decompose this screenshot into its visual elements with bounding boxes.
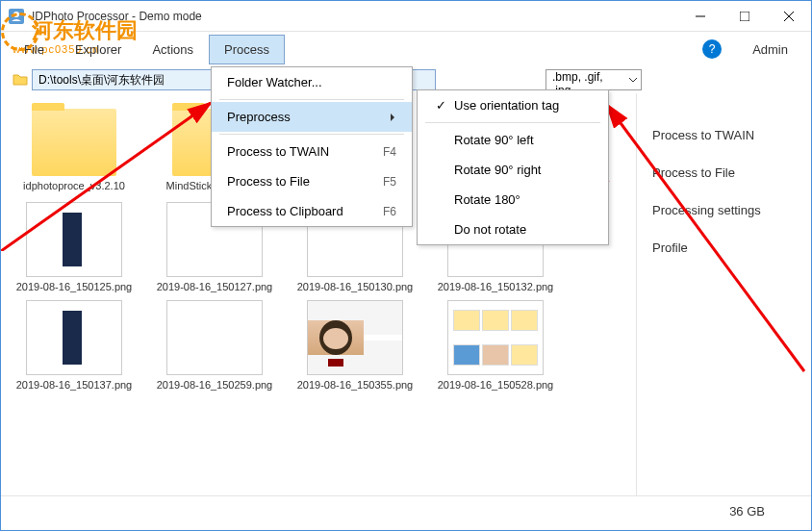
close-button[interactable] — [767, 1, 811, 32]
file-item[interactable]: 2019-08-16_150125.png — [13, 202, 136, 292]
menu-file[interactable]: File — [9, 35, 60, 64]
folder-icon — [13, 72, 28, 88]
folder-icon — [32, 109, 116, 176]
thumbnail — [307, 300, 403, 375]
file-item[interactable]: 2019-08-16_150355.png — [293, 300, 417, 391]
statusbar: 36 GB — [1, 495, 811, 526]
thumbnail — [26, 202, 122, 277]
menu-folder-watcher[interactable]: Folder Watcher... — [212, 67, 412, 97]
menu-process-twain[interactable]: Process to TWAINF4 — [212, 137, 412, 166]
menu-rotate-180[interactable]: Rotate 180° — [418, 185, 608, 215]
minimize-button[interactable] — [678, 1, 723, 32]
menu-do-not-rotate[interactable]: Do not rotate — [418, 215, 608, 244]
check-icon: ✓ — [433, 98, 448, 113]
thumbnail — [447, 300, 544, 375]
file-label: 2019-08-16_150137.png — [13, 379, 136, 391]
folder-item[interactable]: idphotoproce_v3.2.10 — [13, 101, 136, 194]
thumbnail — [26, 300, 122, 375]
menu-preprocess[interactable]: Preprocess — [212, 102, 412, 132]
chevron-down-icon — [629, 76, 637, 84]
menu-process-clipboard[interactable]: Process to ClipboardF6 — [212, 196, 412, 226]
menu-admin[interactable]: Admin — [737, 35, 803, 64]
file-label: 2019-08-16_150259.png — [153, 379, 276, 391]
titlebar: IDPhoto Processor - Demo mode — [1, 1, 811, 32]
file-label: 2019-08-16_150127.png — [153, 281, 276, 292]
menubar: File Explorer Actions Process ? Admin — [1, 32, 811, 66]
folder-label: idphotoproce_v3.2.10 — [13, 180, 136, 191]
side-link-twain[interactable]: Process to TWAIN — [652, 116, 796, 154]
side-link-settings[interactable]: Processing settings — [652, 191, 796, 229]
file-item[interactable]: 2019-08-16_150528.png — [434, 300, 557, 391]
disk-space: 36 GB — [729, 504, 765, 518]
help-icon[interactable]: ? — [702, 39, 722, 59]
side-link-profile[interactable]: Profile — [652, 229, 796, 266]
maximize-button[interactable] — [723, 1, 767, 32]
process-dropdown: Folder Watcher... Preprocess Process to … — [211, 66, 413, 227]
file-item[interactable]: 2019-08-16_150137.png — [13, 300, 136, 391]
menu-rotate-90-right[interactable]: Rotate 90° right — [418, 155, 608, 185]
menu-explorer[interactable]: Explorer — [60, 35, 137, 64]
file-label: 2019-08-16_150528.png — [434, 379, 557, 391]
menu-process-file[interactable]: Process to FileF5 — [212, 166, 412, 196]
file-label: 2019-08-16_150355.png — [293, 379, 417, 391]
menu-use-orientation[interactable]: ✓Use orientation tag — [418, 90, 608, 120]
preprocess-submenu: ✓Use orientation tag Rotate 90° left Rot… — [417, 89, 609, 245]
menu-rotate-90-left[interactable]: Rotate 90° left — [418, 125, 608, 155]
window-title: IDPhoto Processor - Demo mode — [32, 10, 678, 23]
side-panel: Process to TWAIN Process to File Process… — [636, 93, 811, 495]
svg-point-1 — [13, 12, 19, 17]
svg-rect-3 — [740, 12, 749, 21]
file-label: 2019-08-16_150132.png — [434, 281, 557, 292]
side-link-file[interactable]: Process to File — [652, 154, 796, 191]
thumbnail — [166, 300, 263, 375]
chevron-right-icon — [389, 114, 396, 121]
filter-dropdown[interactable]: .bmp, .gif, .jpg — [546, 69, 642, 90]
menu-process[interactable]: Process — [209, 35, 285, 64]
app-icon — [9, 9, 24, 24]
file-label: 2019-08-16_150130.png — [293, 281, 417, 292]
file-item[interactable]: 2019-08-16_150259.png — [153, 300, 276, 391]
file-label: 2019-08-16_150125.png — [13, 281, 136, 292]
menu-actions[interactable]: Actions — [137, 35, 209, 64]
